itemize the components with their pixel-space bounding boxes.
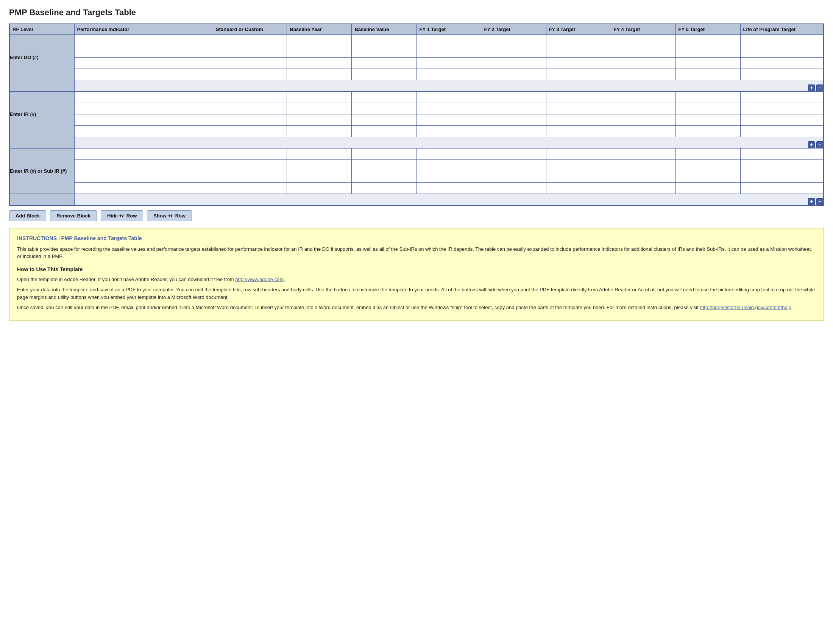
- remove-block-button[interactable]: Remove Block: [50, 210, 97, 221]
- sub-ir-fy3-2[interactable]: [546, 160, 611, 171]
- sub-ir-lop-3[interactable]: [740, 171, 823, 183]
- do-lop-4[interactable]: [740, 69, 823, 80]
- ir-fy4-2[interactable]: [611, 103, 675, 114]
- do-by-2[interactable]: [287, 46, 352, 58]
- do-fy2-2[interactable]: [481, 46, 546, 58]
- ir-fy3-1[interactable]: [546, 92, 611, 103]
- sub-ir-by-1[interactable]: [287, 148, 352, 160]
- do-fy3-2[interactable]: [546, 46, 611, 58]
- do-by-4[interactable]: [287, 69, 352, 80]
- sub-ir-by-4[interactable]: [287, 183, 352, 194]
- do-by-3[interactable]: [287, 58, 352, 69]
- sub-ir-fy5-2[interactable]: [675, 160, 740, 171]
- do-fy1-3[interactable]: [416, 58, 481, 69]
- do-pi-2[interactable]: [74, 46, 213, 58]
- ir-fy1-1[interactable]: [416, 92, 481, 103]
- do-pi-1[interactable]: [74, 35, 213, 46]
- ir-lop-1[interactable]: [740, 92, 823, 103]
- do-bv-2[interactable]: [352, 46, 416, 58]
- ir-fy2-3[interactable]: [481, 114, 546, 126]
- ir-bv-1[interactable]: [352, 92, 416, 103]
- ir-bv-3[interactable]: [352, 114, 416, 126]
- ir-pi-4[interactable]: [74, 126, 213, 137]
- sub-ir-fy1-2[interactable]: [416, 160, 481, 171]
- ir-pi-3[interactable]: [74, 114, 213, 126]
- ir-fy3-4[interactable]: [546, 126, 611, 137]
- sub-ir-pi-4[interactable]: [74, 183, 213, 194]
- do-fy4-1[interactable]: [611, 35, 675, 46]
- sub-ir-lop-1[interactable]: [740, 148, 823, 160]
- sub-ir-sc-4[interactable]: [213, 183, 286, 194]
- do-by-1[interactable]: [287, 35, 352, 46]
- ir-pi-1[interactable]: [74, 92, 213, 103]
- help-link[interactable]: http://projectstarter.usaid.gov/content/…: [700, 304, 791, 310]
- ir-sc-4[interactable]: [213, 126, 286, 137]
- do-sc-4[interactable]: [213, 69, 286, 80]
- ir-remove-row-btn[interactable]: −: [816, 141, 823, 148]
- ir-sc-1[interactable]: [213, 92, 286, 103]
- sub-ir-add-row-btn[interactable]: +: [808, 198, 815, 205]
- ir-fy3-2[interactable]: [546, 103, 611, 114]
- sub-ir-fy4-3[interactable]: [611, 171, 675, 183]
- ir-lop-3[interactable]: [740, 114, 823, 126]
- do-fy3-1[interactable]: [546, 35, 611, 46]
- do-fy4-2[interactable]: [611, 46, 675, 58]
- do-fy4-4[interactable]: [611, 69, 675, 80]
- adobe-link[interactable]: http://www.adobe.com: [235, 277, 284, 282]
- sub-ir-remove-row-btn[interactable]: −: [816, 198, 823, 205]
- sub-ir-fy5-1[interactable]: [675, 148, 740, 160]
- do-remove-row-btn[interactable]: −: [816, 84, 823, 91]
- do-sc-2[interactable]: [213, 46, 286, 58]
- sub-ir-bv-3[interactable]: [352, 171, 416, 183]
- do-add-row-btn[interactable]: +: [808, 84, 815, 91]
- do-bv-1[interactable]: [352, 35, 416, 46]
- sub-ir-fy3-4[interactable]: [546, 183, 611, 194]
- ir-sc-2[interactable]: [213, 103, 286, 114]
- sub-ir-sc-3[interactable]: [213, 171, 286, 183]
- ir-pi-2[interactable]: [74, 103, 213, 114]
- sub-ir-fy5-3[interactable]: [675, 171, 740, 183]
- sub-ir-sc-1[interactable]: [213, 148, 286, 160]
- ir-by-4[interactable]: [287, 126, 352, 137]
- ir-fy4-4[interactable]: [611, 126, 675, 137]
- sub-ir-fy4-1[interactable]: [611, 148, 675, 160]
- do-bv-4[interactable]: [352, 69, 416, 80]
- sub-ir-bv-1[interactable]: [352, 148, 416, 160]
- do-bv-3[interactable]: [352, 58, 416, 69]
- do-pi-3[interactable]: [74, 58, 213, 69]
- sub-ir-sc-2[interactable]: [213, 160, 286, 171]
- ir-lop-2[interactable]: [740, 103, 823, 114]
- do-fy1-1[interactable]: [416, 35, 481, 46]
- sub-ir-fy4-4[interactable]: [611, 183, 675, 194]
- do-sc-3[interactable]: [213, 58, 286, 69]
- show-row-button[interactable]: Show +/- Row: [147, 210, 192, 221]
- do-fy2-3[interactable]: [481, 58, 546, 69]
- sub-ir-fy2-3[interactable]: [481, 171, 546, 183]
- sub-ir-fy5-4[interactable]: [675, 183, 740, 194]
- sub-ir-pi-2[interactable]: [74, 160, 213, 171]
- ir-by-1[interactable]: [287, 92, 352, 103]
- sub-ir-bv-4[interactable]: [352, 183, 416, 194]
- sub-ir-by-2[interactable]: [287, 160, 352, 171]
- sub-ir-fy3-3[interactable]: [546, 171, 611, 183]
- sub-ir-fy4-2[interactable]: [611, 160, 675, 171]
- ir-fy2-4[interactable]: [481, 126, 546, 137]
- do-fy3-4[interactable]: [546, 69, 611, 80]
- add-block-button[interactable]: Add Block: [9, 210, 46, 221]
- do-fy5-1[interactable]: [675, 35, 740, 46]
- sub-ir-fy1-1[interactable]: [416, 148, 481, 160]
- sub-ir-lop-4[interactable]: [740, 183, 823, 194]
- sub-ir-pi-1[interactable]: [74, 148, 213, 160]
- ir-bv-2[interactable]: [352, 103, 416, 114]
- ir-fy2-2[interactable]: [481, 103, 546, 114]
- do-fy5-2[interactable]: [675, 46, 740, 58]
- ir-fy4-1[interactable]: [611, 92, 675, 103]
- ir-bv-4[interactable]: [352, 126, 416, 137]
- do-lop-3[interactable]: [740, 58, 823, 69]
- do-pi-4[interactable]: [74, 69, 213, 80]
- do-fy4-3[interactable]: [611, 58, 675, 69]
- do-sc-1[interactable]: [213, 35, 286, 46]
- sub-ir-lop-2[interactable]: [740, 160, 823, 171]
- ir-fy5-3[interactable]: [675, 114, 740, 126]
- ir-fy5-2[interactable]: [675, 103, 740, 114]
